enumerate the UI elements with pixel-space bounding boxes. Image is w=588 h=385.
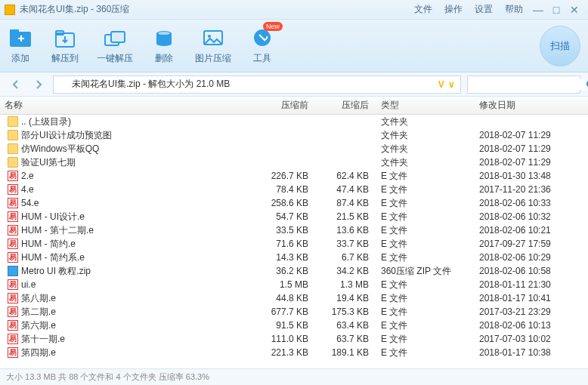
file-type: E 文件: [376, 319, 475, 332]
imgcompress-button[interactable]: 图片压缩: [195, 26, 231, 65]
back-button[interactable]: [8, 76, 24, 93]
col-date[interactable]: 修改日期: [475, 99, 588, 112]
search-input[interactable]: [472, 79, 586, 90]
size-after: 189.1 KB: [316, 347, 376, 358]
search-box[interactable]: [467, 75, 580, 94]
file-row[interactable]: 易HUM - 简约.e71.6 KB33.7 KBE 文件2017-09-27 …: [0, 237, 588, 251]
file-name: 第八期.e: [21, 292, 56, 305]
path-box[interactable]: 未闻花名UI集.zip - 解包大小为 21.0 MB V ∨: [53, 75, 461, 94]
file-row[interactable]: Metro UI 教程.zip36.2 KB34.2 KB360压缩 ZIP 文…: [0, 264, 588, 278]
e-icon: 易: [8, 293, 18, 303]
file-type: 360压缩 ZIP 文件: [376, 265, 475, 278]
file-row[interactable]: 易4.e78.4 KB47.4 KBE 文件2017-11-20 21:36: [0, 183, 588, 196]
file-row[interactable]: 易2.e226.7 KB62.4 KBE 文件2018-01-30 13:48: [0, 169, 588, 183]
file-date: 2017-09-27 17:59: [475, 239, 588, 249]
size-before: 111.0 KB: [255, 334, 316, 344]
file-row[interactable]: 易第六期.e91.5 KB63.4 KBE 文件2018-02-06 10:13: [0, 319, 588, 332]
size-after: 47.4 KB: [316, 184, 376, 195]
minimize-button[interactable]: —: [529, 2, 547, 17]
file-row[interactable]: 部分UI设计成功预览图文件夹2018-02-07 11:29: [0, 128, 588, 142]
file-name: 仿Windows平板QQ: [21, 143, 99, 156]
add-label: 添加: [11, 52, 29, 65]
file-name: HUM - 简约系.e: [21, 251, 85, 264]
add-button[interactable]: 添加: [8, 26, 33, 65]
column-headers: 名称 压缩前 压缩后 类型 修改日期: [0, 97, 588, 115]
file-name: 4.e: [21, 184, 34, 195]
vip-badge[interactable]: V ∨: [438, 79, 456, 90]
col-after[interactable]: 压缩后: [316, 99, 376, 112]
e-icon: 易: [8, 225, 18, 236]
file-row[interactable]: 易第四期.e221.3 KB189.1 KBE 文件2018-01-17 10:…: [0, 346, 588, 359]
extract-label: 解压到: [51, 52, 79, 65]
delete-icon: [151, 26, 177, 49]
size-after: 21.5 KB: [316, 211, 376, 222]
svg-point-9: [158, 32, 170, 35]
file-date: 2018-02-06 10:29: [475, 252, 588, 263]
file-type: E 文件: [376, 238, 475, 251]
oneclick-button[interactable]: 一键解压: [97, 26, 133, 65]
file-row[interactable]: 易HUM - UI设计.e54.7 KB21.5 KBE 文件2018-02-0…: [0, 210, 588, 223]
file-row[interactable]: 易第二期.e677.7 KB175.3 KBE 文件2017-03-21 23:…: [0, 305, 588, 319]
size-before: 33.5 KB: [255, 225, 316, 236]
file-row[interactable]: 仿Windows平板QQ文件夹2018-02-07 11:29: [0, 142, 588, 156]
file-row[interactable]: 易第十一期.e111.0 KB63.7 KBE 文件2017-07-03 10:…: [0, 332, 588, 346]
size-before: 36.2 KB: [255, 266, 316, 276]
file-type: 文件夹: [376, 143, 475, 156]
file-type: E 文件: [376, 224, 475, 237]
col-name[interactable]: 名称: [0, 99, 255, 112]
e-icon: 易: [8, 320, 18, 331]
size-after: 63.4 KB: [316, 320, 376, 331]
folder-icon: [8, 157, 18, 168]
forward-button[interactable]: [30, 76, 47, 93]
archive-icon: [58, 80, 67, 89]
file-row[interactable]: 易ui.e1.5 MB1.3 MBE 文件2018-01-11 21:30: [0, 278, 588, 291]
file-name: ui.e: [21, 279, 36, 290]
scan-button[interactable]: 扫描: [540, 26, 580, 66]
col-type[interactable]: 类型: [376, 99, 475, 112]
file-type: E 文件: [376, 211, 475, 223]
e-icon: 易: [8, 306, 18, 317]
size-after: 63.7 KB: [316, 334, 376, 344]
file-type: E 文件: [376, 183, 475, 196]
file-name: 第六期.e: [21, 319, 56, 332]
size-before: 226.7 KB: [255, 171, 316, 181]
file-date: 2017-03-21 23:29: [475, 306, 588, 317]
file-name: 第二期.e: [21, 306, 56, 319]
oneclick-icon: [102, 26, 128, 49]
file-name: 2.e: [21, 171, 34, 181]
e-icon: 易: [8, 347, 18, 358]
file-name: HUM - UI设计.e: [21, 211, 85, 223]
maximize-button[interactable]: □: [547, 2, 565, 17]
col-before[interactable]: 压缩前: [255, 99, 316, 112]
folder-icon: [8, 143, 18, 154]
close-button[interactable]: ✕: [565, 2, 583, 17]
size-before: 1.5 MB: [255, 279, 316, 290]
file-date: 2018-02-06 10:32: [475, 211, 588, 222]
file-name: .. (上级目录): [21, 116, 71, 128]
menu-help[interactable]: 帮助: [505, 3, 523, 16]
file-type: 文件夹: [376, 156, 475, 169]
extract-button[interactable]: 解压到: [51, 26, 79, 65]
file-row[interactable]: .. (上级目录)文件夹: [0, 115, 588, 128]
file-type: E 文件: [376, 170, 475, 183]
size-after: 1.3 MB: [316, 279, 376, 290]
delete-button[interactable]: 删除: [151, 26, 177, 65]
file-row[interactable]: 易HUM - 简约系.e14.3 KB6.7 KBE 文件2018-02-06 …: [0, 251, 588, 264]
imgcompress-label: 图片压缩: [195, 52, 231, 65]
menu-operate[interactable]: 操作: [444, 3, 463, 16]
file-row[interactable]: 易54.e258.6 KB87.4 KBE 文件2018-02-06 10:33: [0, 196, 588, 210]
file-row[interactable]: 验证UI第七期文件夹2018-02-07 11:29: [0, 156, 588, 169]
status-text: 大小 13.3 MB 共 88 个文件和 4 个文件夹 压缩率 63.3%: [6, 371, 209, 383]
file-name: 54.e: [21, 198, 39, 208]
file-row[interactable]: 易第八期.e44.8 KB19.4 KBE 文件2018-01-17 10:41: [0, 291, 588, 305]
file-row[interactable]: 易HUM - 第十二期.e33.5 KB13.6 KBE 文件2018-02-0…: [0, 223, 588, 237]
tools-button[interactable]: New 工具: [249, 26, 275, 65]
new-badge: New: [263, 22, 283, 31]
file-type: E 文件: [376, 333, 475, 346]
size-before: 54.7 KB: [255, 211, 316, 222]
e-icon: 易: [8, 252, 18, 263]
menu-file[interactable]: 文件: [414, 3, 432, 16]
menu-settings[interactable]: 设置: [475, 3, 493, 16]
image-icon: [200, 26, 226, 49]
file-name: 验证UI第七期: [21, 156, 76, 169]
